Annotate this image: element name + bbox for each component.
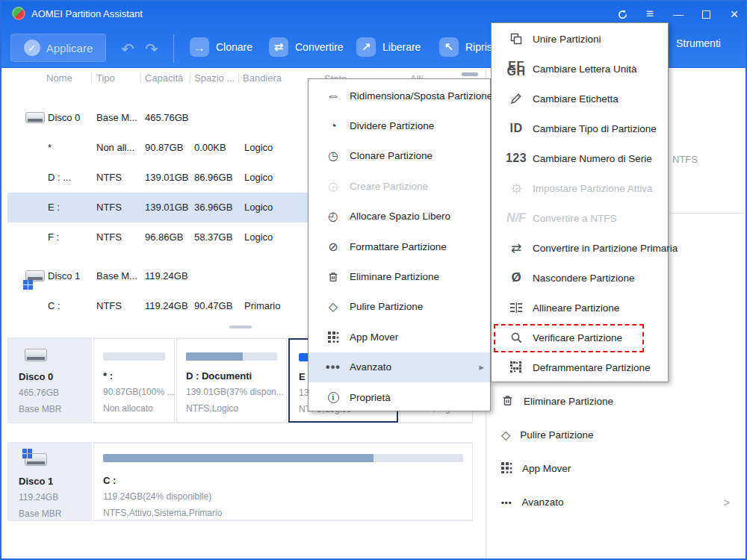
ellipsis-icon: ••• xyxy=(326,361,341,374)
disk-size: 119.24GB xyxy=(19,492,58,503)
cell-type: Base M... xyxy=(96,270,137,281)
cell-type: Base M... xyxy=(96,112,137,123)
column-divider xyxy=(91,72,92,84)
ntfs-convert-icon: N/F xyxy=(509,211,524,225)
menu-item-appmover[interactable]: App Mover xyxy=(309,322,490,352)
menu-item-clone[interactable]: ◷ Clonare Partizione xyxy=(309,141,490,171)
right-panel-item-wipe[interactable]: ◇ Pulire Partizione xyxy=(486,418,746,452)
header-mini-handle[interactable] xyxy=(462,72,478,76)
column-divider xyxy=(238,72,239,84)
context-menu: ⇔ Ridimensiona/Sposta Partizione ◔ Divid… xyxy=(308,78,491,411)
apply-label: Applicare xyxy=(46,42,93,55)
submenu-item-partition-type[interactable]: ID Cambiare Tipo di Partizione xyxy=(492,113,668,143)
partition-block-c[interactable]: C : 119.24GB(24% disponibile) NTFS,Attiv… xyxy=(93,443,473,520)
item-label: Avanzato xyxy=(522,497,564,508)
submenu-item-serial-number[interactable]: 123 Cambiare Numero di Serie xyxy=(492,143,668,173)
menu-item-advanced[interactable]: ••• Avanzato ▸ xyxy=(309,352,490,382)
menu-item-format[interactable]: ⊘ Formattare Partizione xyxy=(309,231,490,261)
clone-icon: → xyxy=(190,37,209,57)
submenu-arrow-icon: ▸ xyxy=(479,361,484,373)
split-partition-icon: ◔ xyxy=(326,119,341,133)
partition-block-d[interactable]: D : Documenti 139.01GB(37% dispon... NTF… xyxy=(176,338,287,423)
disk1-info-block[interactable]: Disco 1 119.24GB Base MBR xyxy=(8,443,92,520)
minimize-button[interactable]: — xyxy=(668,6,689,22)
menu-label: Cambiare Numero di Serie xyxy=(533,153,652,164)
redo-button[interactable]: ↷ xyxy=(145,40,158,58)
menu-label: Cambiare Tipo di Partizione xyxy=(533,123,657,134)
cell-capacity: 119.24GB xyxy=(145,300,188,311)
cell-capacity: 139.01GB xyxy=(145,172,189,183)
pencil-icon xyxy=(509,93,524,105)
submenu-item-hide[interactable]: Ø Nascondere Partizione xyxy=(492,263,668,293)
menu-label: Deframmentare Partizione xyxy=(533,362,651,373)
resize-icon: ⇔ xyxy=(326,88,341,104)
submenu-item-defrag[interactable]: Deframmentare Partizione xyxy=(492,352,668,382)
submenu-item-align[interactable]: Allineare Partizione xyxy=(492,293,668,323)
cell-flag: Logico xyxy=(244,172,273,183)
header-flag[interactable]: Bandiera xyxy=(243,72,282,84)
right-panel-item-delete[interactable]: Eliminare Partizione xyxy=(486,385,746,418)
menu-item-resize-move[interactable]: ⇔ Ridimensiona/Sposta Partizione xyxy=(309,81,490,111)
disk-size: 465.76GB xyxy=(19,388,59,398)
hamburger-menu-icon[interactable]: ≡ xyxy=(639,6,660,22)
toolbar-convert-button[interactable]: ⇄ Convertire xyxy=(269,37,344,57)
menu-label: Convertire a NTFS xyxy=(533,213,617,224)
partition-fs: Non allocato xyxy=(103,403,153,414)
partition-label: * : xyxy=(103,370,113,382)
menu-label: Unire Partizioni xyxy=(533,34,601,45)
disk0-info-block[interactable]: Disco 0 465.76GB Base MBR xyxy=(8,338,92,423)
menu-label: Pulire Partizione xyxy=(350,301,423,312)
cell-flag: Logico xyxy=(244,202,273,213)
toolbar-clone-button[interactable]: → Clonare xyxy=(190,37,252,57)
menu-item-properties[interactable]: i Proprietà xyxy=(309,382,490,412)
header-capacity[interactable]: Capacità xyxy=(145,72,183,84)
menu-label: Allineare Partizione xyxy=(533,302,619,314)
info-icon: i xyxy=(326,392,341,403)
submenu-item-label[interactable]: Cambiare Etichetta xyxy=(492,84,668,113)
drive-letter-icon: EFGH xyxy=(509,63,524,74)
right-panel-item-appmover[interactable]: App Mover xyxy=(486,452,746,485)
app-grid-icon xyxy=(501,462,512,476)
toolbar-free-button[interactable]: ↗ Liberare xyxy=(356,37,421,57)
header-name[interactable]: Nome xyxy=(46,72,72,84)
disk-icon xyxy=(25,453,47,466)
submenu-item-merge[interactable]: Unire Partizioni xyxy=(492,24,668,54)
align-icon xyxy=(509,302,524,313)
submenu-item-check-partition[interactable]: Verificare Partizione xyxy=(492,323,668,352)
partition-block-unallocated[interactable]: * : 90.87GB(100% ... Non allocato xyxy=(93,338,175,423)
menu-item-allocate[interactable]: ◴ Allocare Spazio Libero xyxy=(309,202,490,231)
menu-item-split[interactable]: ◔ Dividere Partizione xyxy=(309,111,490,140)
apply-button[interactable]: ✓ Applicare xyxy=(10,34,106,62)
item-label: Pulire Partizione xyxy=(520,429,593,441)
menu-label: Clonare Partizione xyxy=(350,150,433,161)
right-panel-item-advanced[interactable]: ••• Avanzato > xyxy=(486,485,746,519)
submenu-item-set-active: Impostare Partizione Attiva xyxy=(492,173,668,203)
menu-item-wipe[interactable]: ◇ Pulire Partizione xyxy=(309,292,490,322)
panel-splitter-handle[interactable] xyxy=(229,326,252,329)
cell-name: Disco 0 xyxy=(48,112,80,123)
toolbar-tools-button[interactable]: Strumenti xyxy=(676,37,721,49)
chevron-right-icon: > xyxy=(724,497,730,508)
menu-label: Formattare Partizione xyxy=(350,241,447,252)
menu-label: Nascondere Partizione xyxy=(533,273,635,284)
merge-partitions-icon xyxy=(509,33,524,45)
cell-name: E : xyxy=(48,202,60,213)
cell-space: 90.47GB xyxy=(194,300,232,311)
submenu-item-convert-primary[interactable]: ⇄ Convertire in Partizione Primaria xyxy=(492,233,668,263)
menu-label: Creare Partizione xyxy=(350,181,428,192)
header-space[interactable]: Spazio ... xyxy=(194,72,235,84)
cell-type: NTFS xyxy=(96,172,122,183)
header-type[interactable]: Tipo xyxy=(96,72,115,84)
cell-capacity: 465.76GB xyxy=(145,112,189,123)
maximize-button[interactable] xyxy=(695,6,716,22)
submenu-item-drive-letter[interactable]: EFGH Cambiare Lettera Unità xyxy=(492,54,668,84)
usage-bar xyxy=(103,454,463,462)
menu-item-delete[interactable]: Eliminare Partizione xyxy=(309,261,490,291)
cell-capacity: 139.01GB xyxy=(145,202,189,213)
defrag-icon xyxy=(509,361,524,373)
close-button[interactable]: × xyxy=(724,6,745,22)
cell-space: 58.37GB xyxy=(194,231,232,243)
undo-button[interactable]: ↶ xyxy=(121,40,134,58)
cell-name: D : ... xyxy=(48,172,71,183)
refresh-icon[interactable] xyxy=(612,6,633,22)
